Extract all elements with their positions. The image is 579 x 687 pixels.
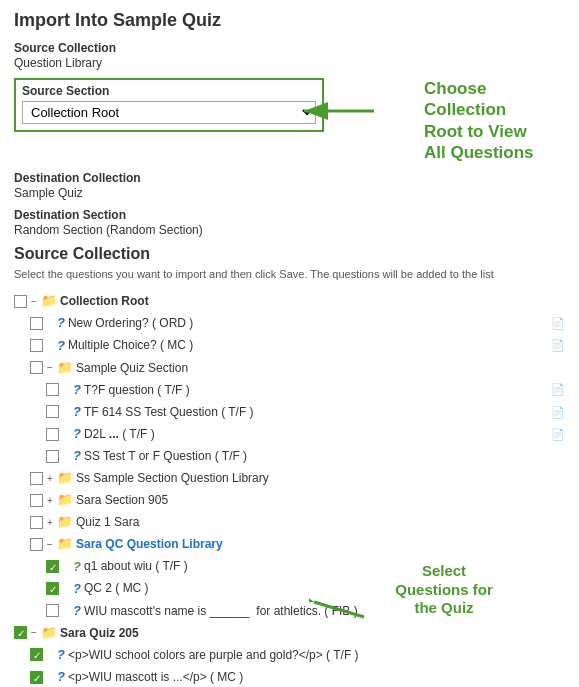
source-section-box: Source Section Collection Root Sample Qu… [14,78,324,132]
tree-checkbox[interactable] [30,538,43,551]
svg-line-3 [314,602,364,617]
tree-checkbox[interactable] [46,383,59,396]
destination-collection-label: Destination Collection [14,171,565,185]
tree-checkbox[interactable] [46,450,59,463]
expand-icon [61,448,71,465]
source-section-label: Source Section [22,84,316,98]
tree-checkbox[interactable] [46,560,59,573]
tree-row: ? <p>WIU mascott is ...</p> ( MC ) [14,666,565,687]
tree-row: ? New Ordering? ( ORD ) 📄 [14,312,565,334]
tree-checkbox[interactable] [46,405,59,418]
tree-checkbox[interactable] [30,648,43,661]
doc-icon[interactable]: 📄 [551,336,565,355]
tree-row: + 📁 Quiz 1 Sara [14,511,565,533]
expand-icon [61,403,71,420]
expand-icon [45,315,55,332]
tree-checkbox[interactable] [46,428,59,441]
tree-row: ? TF 614 SS Test Question ( T/F ) 📄 [14,401,565,423]
tree-checkbox[interactable] [30,339,43,352]
folder-icon: 📁 [57,467,73,489]
instruction-text: Select the questions you want to import … [14,267,565,282]
question-icon: ? [57,666,65,687]
tree-item-label: TF 614 SS Test Question ( T/F ) [84,402,548,422]
source-collection-heading: Source Collection [14,245,565,263]
tree-row: − 📁 Sara QC Question Library [14,533,565,555]
tree-checkbox[interactable] [30,671,43,684]
tree-item-label: Multiple Choice? ( MC ) [68,335,548,355]
tree-item-label: Sample Quiz Section [76,358,565,378]
destination-collection-value: Sample Quiz [14,186,565,200]
doc-icon[interactable]: 📄 [551,403,565,422]
question-icon: ? [57,312,65,334]
page-title: Import Into Sample Quiz [14,10,565,31]
destination-section-value: Random Section (Random Section) [14,223,565,237]
tree-item-label: Sara QC Question Library [76,534,565,554]
tree-item-label: Ss Sample Section Question Library [76,468,565,488]
page-container: Import Into Sample Quiz Source Collectio… [0,0,579,687]
tree-item-label: New Ordering? ( ORD ) [68,313,548,333]
expand-icon[interactable]: − [29,624,39,641]
source-collection-value: Question Library [14,56,565,70]
tree-checkbox[interactable] [30,472,43,485]
tree-row: ? SS Test T or F Question ( T/F ) [14,445,565,467]
folder-icon: 📁 [57,357,73,379]
tree-item-label: Quiz 1 Sara [76,512,565,532]
tree-row: ? T?F question ( T/F ) 📄 [14,379,565,401]
tree-row: ? D2L ... ( T/F ) 📄 [14,423,565,445]
question-icon: ? [73,423,81,445]
expand-icon[interactable]: − [29,293,39,310]
tree-row: ? Multiple Choice? ( MC ) 📄 [14,335,565,357]
tree-row: + 📁 Ss Sample Section Question Library [14,467,565,489]
tree-item-label: Collection Root [60,291,565,311]
tree-checkbox[interactable] [14,626,27,639]
expand-icon[interactable]: − [45,536,55,553]
expand-icon [45,337,55,354]
tree-item-label: T?F question ( T/F ) [84,380,548,400]
folder-icon: 📁 [41,622,57,644]
expand-icon[interactable]: + [45,470,55,487]
question-icon: ? [73,379,81,401]
question-icon: ? [57,335,65,357]
tree-item-label: SS Test T or F Question ( T/F ) [84,446,565,466]
tree-row: − 📁 Sample Quiz Section [14,357,565,379]
folder-icon: 📁 [57,489,73,511]
folder-icon: 📁 [57,533,73,555]
tree-row: − 📁 Sara Quiz 205 SelectQuestions forthe… [14,622,565,644]
tree-item-label: <p>WIU school colors are purple and gold… [68,645,565,665]
doc-icon[interactable]: 📄 [551,314,565,333]
source-collection-label: Source Collection [14,41,565,55]
doc-icon[interactable]: 📄 [551,380,565,399]
callout-choose-text: ChooseCollectionRoot to ViewAll Question… [424,78,534,163]
tree-item-label: Sara Section 905 [76,490,565,510]
tree-checkbox[interactable] [46,582,59,595]
folder-icon: 📁 [57,511,73,533]
expand-icon[interactable]: + [45,514,55,531]
tree-checkbox[interactable] [46,604,59,617]
tree-checkbox[interactable] [30,317,43,330]
choose-arrow [299,96,379,136]
tree-section: − 📁 Collection Root ? New Ordering? ( OR… [14,290,565,687]
tree-checkbox[interactable] [30,516,43,529]
tree-checkbox[interactable] [30,361,43,374]
tree-checkbox[interactable] [30,494,43,507]
doc-icon[interactable]: 📄 [551,425,565,444]
expand-icon [45,669,55,686]
tree-container: − 📁 Collection Root ? New Ordering? ( OR… [14,290,565,687]
expand-icon [61,558,71,575]
tree-item-label: <p>WIU mascott is ...</p> ( MC ) [68,667,565,687]
select-arrow [309,592,369,622]
tree-row: ? <p>WIU school colors are purple and go… [14,644,565,666]
destination-section-label: Destination Section [14,208,565,222]
tree-row: + 📁 Sara Section 905 [14,489,565,511]
tree-checkbox[interactable] [14,295,27,308]
expand-icon[interactable]: − [45,359,55,376]
expand-icon [61,381,71,398]
folder-icon: 📁 [41,290,57,312]
source-section-select[interactable]: Collection Root Sample Quiz Section Ss S… [22,101,316,124]
expand-icon [61,602,71,619]
expand-icon[interactable]: + [45,492,55,509]
expand-icon [61,426,71,443]
expand-icon [61,580,71,597]
question-icon: ? [73,401,81,423]
question-icon: ? [73,445,81,467]
